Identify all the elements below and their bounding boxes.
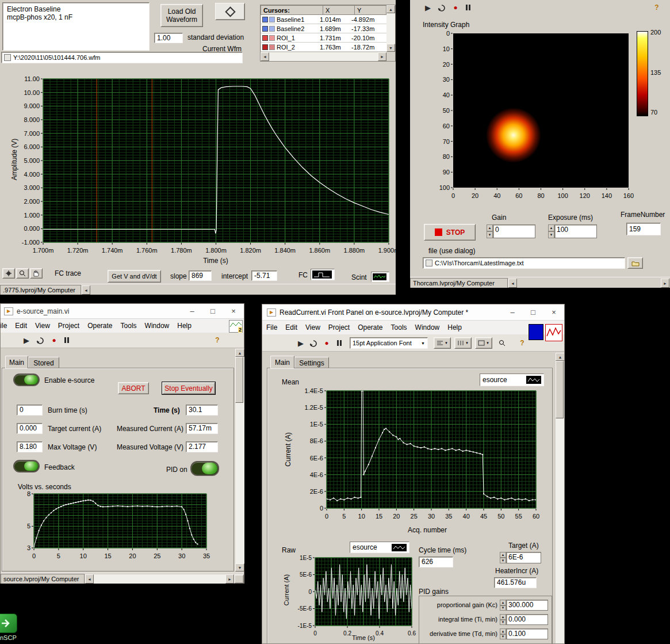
- tab-main[interactable]: Main: [270, 356, 294, 368]
- vi-icon[interactable]: [545, 324, 562, 341]
- minimize-button[interactable]: –: [182, 304, 202, 318]
- abort-icon[interactable]: ●: [321, 338, 332, 348]
- menu-file[interactable]: File: [1, 320, 11, 331]
- menu-window[interactable]: Window: [141, 320, 174, 331]
- fc-waveform-graph[interactable]: 1.700m1.720m1.740m1.760m1.780m1.800m1.82…: [0, 74, 396, 259]
- diamond-icon[interactable]: [215, 3, 245, 20]
- tab-scroll-right[interactable]: ►: [225, 574, 234, 584]
- tab-scroll-right[interactable]: ►: [661, 279, 669, 288]
- titlebar[interactable]: ▶ e-source_main.vi – □ ×: [1, 304, 244, 319]
- intensity-graph[interactable]: 0204060801001201401600102030405060708090…: [422, 25, 647, 215]
- spin-down-icon[interactable]: ▼: [500, 605, 506, 611]
- enable-esource-toggle[interactable]: [13, 374, 40, 386]
- exposure-input[interactable]: 100: [554, 224, 597, 238]
- get-v-dvdt-button[interactable]: Get V and dV/dt: [108, 270, 161, 283]
- run-icon[interactable]: ▶: [296, 338, 306, 348]
- run-continuous-icon[interactable]: [437, 2, 447, 13]
- burn-time-input[interactable]: 0: [17, 405, 43, 416]
- spin-down-icon[interactable]: ▼: [500, 620, 506, 626]
- menu-operate[interactable]: Operate: [354, 322, 386, 333]
- winscp-label[interactable]: nSCP: [0, 634, 17, 641]
- help-icon[interactable]: ?: [517, 338, 527, 348]
- target-a-input[interactable]: 6E-6: [506, 552, 541, 563]
- pause-icon[interactable]: [62, 335, 72, 345]
- cursor-scroll-left[interactable]: ◄: [261, 52, 269, 61]
- spin-up-icon[interactable]: ▲: [487, 224, 493, 231]
- kc-input[interactable]: 300.000: [506, 600, 548, 611]
- cursor-scroll-up[interactable]: ▲: [386, 5, 395, 13]
- gain-spinner-arrows[interactable]: ▲▼: [487, 224, 493, 238]
- fc-plot-legend[interactable]: [311, 269, 335, 280]
- abort-icon[interactable]: ●: [450, 2, 461, 13]
- menu-project[interactable]: Project: [54, 320, 83, 331]
- note-box[interactable]: Electron Baseline mcpB-phos x20, 1 nF: [2, 2, 150, 51]
- spin-up-icon[interactable]: ▲: [500, 628, 506, 634]
- feedback-toggle[interactable]: [13, 460, 40, 472]
- menu-view[interactable]: View: [31, 320, 54, 331]
- td-input[interactable]: 0.100: [506, 628, 548, 639]
- maximize-button[interactable]: □: [202, 304, 223, 318]
- menu-tools[interactable]: Tools: [117, 320, 141, 331]
- close-button[interactable]: ×: [223, 304, 244, 318]
- raw-graph[interactable]: 00.20.40.61E-55E-60-5E-6-1E-5: [291, 553, 424, 641]
- tab-stored[interactable]: Stored: [28, 357, 59, 368]
- abort-button[interactable]: ABORT: [118, 382, 149, 394]
- cursor-style-icon[interactable]: [269, 44, 275, 50]
- standard-deviation-input[interactable]: 1.00: [154, 33, 183, 43]
- vscroll-thumb[interactable]: [235, 357, 243, 403]
- pid-on-toggle[interactable]: [190, 461, 219, 476]
- pause-icon[interactable]: [463, 2, 473, 13]
- cursor-scroll-track[interactable]: [386, 13, 395, 44]
- tab-scroll-left[interactable]: ◄: [508, 279, 517, 288]
- project-tab-thorcam[interactable]: Thorcam.lvproj/My Computer: [410, 278, 508, 288]
- cursor-scroll-down[interactable]: ▼: [386, 44, 395, 52]
- spin-down-icon[interactable]: ▼: [500, 558, 506, 563]
- align-objects-button[interactable]: ▼: [434, 337, 451, 349]
- max-voltage-input[interactable]: 8.180: [17, 441, 43, 452]
- cursor-crosshair-icon[interactable]: [262, 35, 268, 41]
- menu-help[interactable]: Help: [443, 322, 466, 333]
- cursor-style-icon[interactable]: [269, 26, 275, 32]
- distribute-objects-button[interactable]: ▼: [454, 337, 472, 349]
- kc-spinner-arrows[interactable]: ▲▼: [500, 600, 506, 611]
- image-file-path-control[interactable]: C:\VIs\Thorcam\LatestImage.txt: [423, 257, 625, 269]
- maximize-button[interactable]: □: [523, 304, 543, 320]
- cursor-crosshair-icon[interactable]: [262, 44, 268, 50]
- mean-graph[interactable]: 0510152025303540455055601.4E-51.2E-51E-5…: [283, 385, 544, 530]
- run-icon[interactable]: ▶: [21, 335, 32, 345]
- menu-file[interactable]: File: [262, 322, 281, 333]
- spin-up-icon[interactable]: ▲: [548, 224, 554, 231]
- load-old-waveform-button[interactable]: Load Old Waveform: [160, 4, 203, 27]
- graph-zoom-tool-button[interactable]: [16, 268, 29, 279]
- spin-down-icon[interactable]: ▼: [500, 634, 506, 640]
- run-continuous-icon[interactable]: [35, 335, 45, 345]
- vi-icon[interactable]: 2: [229, 320, 243, 333]
- vscroll-down[interactable]: ▼: [235, 563, 244, 571]
- tab-settings[interactable]: Settings: [294, 357, 329, 368]
- stop-eventually-button[interactable]: Stop Eventually: [162, 382, 215, 394]
- project-tab-fc[interactable]: .9775.lvproj/My Computer: [0, 285, 81, 295]
- intercept-input[interactable]: -5.71: [251, 270, 277, 281]
- pause-icon[interactable]: [334, 338, 344, 348]
- abort-icon[interactable]: ●: [49, 335, 59, 345]
- spin-up-icon[interactable]: ▲: [500, 614, 506, 620]
- menu-window[interactable]: Window: [411, 322, 444, 333]
- color-ramp[interactable]: [637, 31, 648, 116]
- run-continuous-icon[interactable]: [308, 338, 319, 348]
- scint-plot-legend[interactable]: [371, 272, 389, 282]
- ti-input[interactable]: 0.000: [506, 614, 548, 625]
- menu-operate[interactable]: Operate: [83, 320, 116, 331]
- browse-folder-button[interactable]: [627, 257, 643, 269]
- cursor-hscroll-track[interactable]: [269, 52, 378, 61]
- project-tab-esource[interactable]: source.lvproj/My Computer: [1, 574, 85, 584]
- resize-objects-button[interactable]: ▼: [475, 337, 492, 349]
- spin-down-icon[interactable]: ▼: [548, 231, 554, 238]
- menu-help[interactable]: Help: [173, 320, 196, 331]
- graph-crosshair-tool-button[interactable]: [2, 268, 15, 279]
- tab-scroll-left[interactable]: ◄: [82, 285, 90, 295]
- cursor-crosshair-icon[interactable]: [262, 17, 268, 22]
- cursor-style-icon[interactable]: [269, 17, 275, 22]
- titlebar[interactable]: ▶ ReadCurrent.vi Front Panel on e-source…: [262, 304, 564, 321]
- cursor-crosshair-icon[interactable]: [262, 26, 268, 32]
- gain-input[interactable]: 0: [493, 224, 535, 238]
